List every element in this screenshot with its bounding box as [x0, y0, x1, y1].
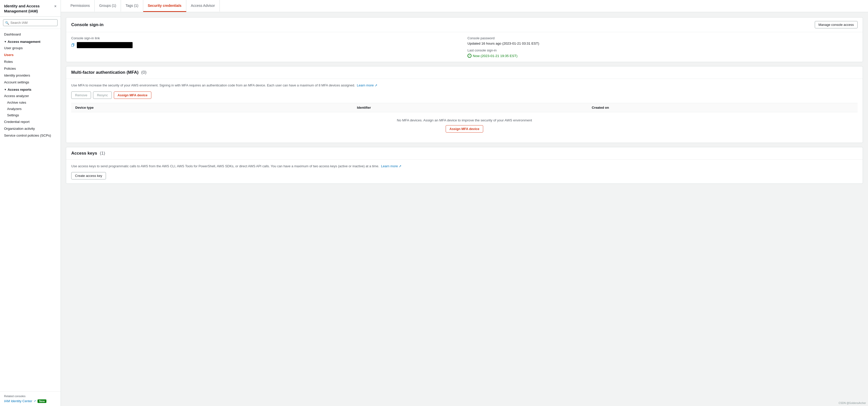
mfa-description: Use MFA to increase the security of your… [71, 83, 858, 88]
mfa-header: Multi-factor authentication (MFA) (0) [66, 66, 863, 79]
mfa-table-head: Device type Identifier Created on [71, 103, 858, 112]
external-link-icon: ➚ [34, 399, 36, 403]
sidebar-item-user-groups[interactable]: User groups [0, 44, 61, 52]
access-reports-label: Access reports [8, 88, 31, 92]
mfa-col-device-type: Device type [71, 103, 353, 112]
sidebar-item-roles[interactable]: Roles [0, 58, 61, 65]
related-consoles: Related consoles IAM Identity Center ➚ N… [0, 391, 61, 406]
signin-link-section: Console sign-in link 🗍 [71, 36, 461, 58]
mfa-desc-text: Use MFA to increase the security of your… [71, 83, 355, 87]
mfa-assign-empty-wrap: Assign MFA device [77, 125, 851, 132]
mfa-title-group: Multi-factor authentication (MFA) (0) [71, 70, 147, 75]
sidebar-item-access-analyzer[interactable]: Access analyzer [0, 93, 61, 99]
access-keys-title: Access keys (1) [71, 151, 105, 156]
mfa-actions: Remove Resync Assign MFA device [71, 92, 858, 99]
sidebar-item-organization-activity[interactable]: Organization activity [0, 125, 61, 132]
resync-button[interactable]: Resync [93, 92, 112, 99]
tab-groups[interactable]: Groups (1) [95, 0, 121, 12]
close-icon[interactable]: × [54, 4, 57, 9]
assign-mfa-device-empty-button[interactable]: Assign MFA device [446, 125, 483, 132]
password-section: Console password Updated 16 hours ago (2… [467, 36, 858, 58]
sidebar-item-identity-providers[interactable]: Identity providers [0, 72, 61, 79]
console-signin-title: Console sign-in [71, 22, 104, 27]
access-keys-desc-text: Use access keys to send programmatic cal… [71, 164, 379, 168]
signin-link-label: Console sign-in link [71, 36, 461, 40]
related-consoles-label: Related consoles [4, 395, 57, 398]
manage-console-access-button[interactable]: Manage console access [815, 21, 858, 28]
create-access-key-button[interactable]: Create access key [71, 172, 106, 180]
access-keys-title-text: Access keys [71, 151, 97, 156]
sidebar-item-account-settings[interactable]: Account settings [0, 79, 61, 86]
mfa-col-identifier: Identifier [353, 103, 588, 112]
last-signin-label: Last console sign-in [467, 49, 858, 52]
main-content: Permissions Groups (1) Tags (1) Security… [61, 0, 868, 406]
sidebar-section-access-management[interactable]: ▼ Access management [0, 38, 61, 44]
mfa-learn-more-text: Learn more [357, 83, 374, 87]
mfa-empty-row: No MFA devices. Assign an MFA device to … [71, 112, 858, 138]
access-keys-card: Access keys (1) Use access keys to send … [66, 147, 863, 184]
sidebar-search-area: 🔍 [0, 17, 61, 29]
sidebar-item-policies[interactable]: Policies [0, 65, 61, 72]
console-signin-header: Console sign-in Manage console access [66, 18, 863, 32]
sidebar-item-credential-report[interactable]: Credential report [0, 118, 61, 125]
console-signin-body: Console sign-in link 🗍 Console password … [66, 32, 863, 62]
search-input[interactable] [3, 19, 58, 26]
mfa-col-created-on: Created on [588, 103, 858, 112]
sidebar-item-analyzers[interactable]: Analyzers [0, 106, 61, 112]
mfa-body: Use MFA to increase the security of your… [66, 79, 863, 143]
mfa-title: Multi-factor authentication (MFA) (0) [71, 70, 147, 75]
tab-permissions[interactable]: Permissions [66, 0, 95, 12]
access-management-label: Access management [8, 40, 40, 43]
mfa-learn-more-link[interactable]: Learn more ➚ [357, 83, 377, 87]
sidebar-nav: Dashboard ▼ Access management User group… [0, 29, 61, 391]
tabs-bar: Permissions Groups (1) Tags (1) Security… [61, 0, 868, 12]
last-signin-text: Now (2023-01-21 19:35 EST) [473, 54, 518, 58]
tab-security-credentials[interactable]: Security credentials [143, 0, 186, 12]
signin-link-box: 🗍 [71, 42, 461, 48]
sidebar-header: Identity and Access Management (IAM) × [0, 0, 61, 17]
sidebar-title: Identity and Access Management (IAM) [4, 4, 39, 13]
assign-mfa-device-button[interactable]: Assign MFA device [114, 92, 151, 99]
mfa-empty-message: No MFA devices. Assign an MFA device to … [71, 112, 858, 138]
sidebar-item-dashboard[interactable]: Dashboard [0, 31, 61, 38]
remove-button[interactable]: Remove [71, 92, 91, 99]
content-area: Console sign-in Manage console access Co… [61, 12, 868, 189]
watermark: CSDN @GoldensArcher [839, 402, 866, 404]
access-keys-learn-more-link[interactable]: Learn more ➚ [381, 164, 402, 168]
mfa-empty-text: No MFA devices. Assign an MFA device to … [77, 118, 851, 122]
access-keys-description: Use access keys to send programmatic cal… [71, 164, 858, 169]
sidebar-item-archive-rules[interactable]: Archive rules [0, 99, 61, 106]
check-circle-icon: ✓ [467, 54, 471, 58]
mfa-card: Multi-factor authentication (MFA) (0) Us… [66, 66, 863, 143]
mfa-table-body: No MFA devices. Assign an MFA device to … [71, 112, 858, 138]
sidebar-item-settings[interactable]: Settings [0, 112, 61, 118]
tab-tags[interactable]: Tags (1) [121, 0, 143, 12]
sidebar-item-scps[interactable]: Service control policies (SCPs) [0, 132, 61, 139]
copy-icon[interactable]: 🗍 [71, 43, 75, 47]
sidebar: Identity and Access Management (IAM) × 🔍… [0, 0, 61, 406]
mfa-title-text: Multi-factor authentication (MFA) [71, 70, 138, 75]
chevron-down-icon: ▼ [4, 40, 7, 43]
console-signin-card: Console sign-in Manage console access Co… [66, 17, 863, 62]
password-label: Console password [467, 36, 858, 40]
mfa-empty-cell: No MFA devices. Assign an MFA device to … [71, 112, 858, 138]
sidebar-section-access-reports[interactable]: ▼ Access reports [0, 86, 61, 93]
access-keys-header: Access keys (1) [66, 147, 863, 160]
sidebar-item-users[interactable]: Users [0, 52, 61, 58]
access-keys-body: Use access keys to send programmatic cal… [66, 160, 863, 184]
chevron-down-icon-reports: ▼ [4, 88, 7, 91]
access-keys-count: (1) [100, 151, 105, 156]
mfa-count: (0) [141, 70, 147, 75]
iam-identity-center-label: IAM Identity Center [4, 399, 32, 403]
mfa-table: Device type Identifier Created on No MFA… [71, 103, 858, 138]
iam-identity-center-link[interactable]: IAM Identity Center ➚ New [4, 399, 57, 403]
search-icon: 🔍 [5, 21, 9, 25]
last-signin-value: ✓ Now (2023-01-21 19:35 EST) [467, 54, 858, 58]
new-badge: New [37, 399, 46, 403]
tab-access-advisor[interactable]: Access Advisor [186, 0, 220, 12]
access-keys-learn-more-text: Learn more [381, 164, 398, 168]
password-value: Updated 16 hours ago (2023-01-21 03:31 E… [467, 41, 858, 45]
redacted-link [77, 42, 132, 48]
